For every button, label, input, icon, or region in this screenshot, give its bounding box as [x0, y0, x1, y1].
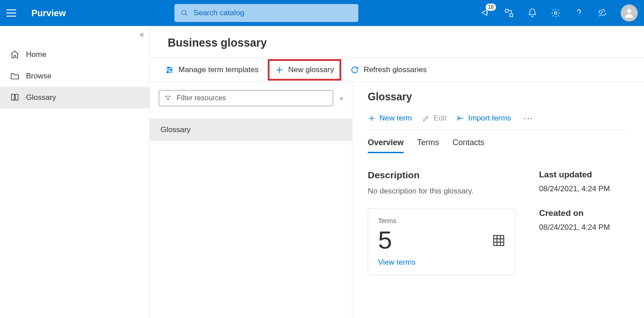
sidebar-item-home[interactable]: Home [0, 44, 149, 65]
overview-section: Description No description for this glos… [368, 170, 629, 275]
svg-rect-19 [494, 235, 504, 245]
gear-icon[interactable] [551, 8, 561, 18]
detail-toolbar: New term Edit Import terms ··· [368, 113, 629, 130]
description-label: Description [368, 170, 521, 180]
announce-badge: 18 [486, 4, 496, 11]
detail-tabs: Overview Terms Contacts [368, 138, 629, 154]
feedback-icon[interactable] [597, 8, 607, 18]
created-on-label: Created on [539, 208, 629, 218]
split-pane: « Glossary Glossary New term Edit [150, 82, 644, 318]
home-icon [10, 50, 20, 60]
sliders-icon [165, 65, 174, 74]
manage-templates-button[interactable]: Manage term templates [160, 61, 264, 79]
sidebar-collapse-icon[interactable]: « [140, 30, 144, 39]
avatar[interactable] [621, 4, 638, 21]
sidebar-item-label: Browse [26, 72, 52, 81]
search-bar[interactable] [174, 4, 358, 22]
search-input[interactable] [193, 9, 352, 17]
header-actions: 18 [481, 4, 638, 21]
overview-right: Last updated 08/24/2021, 4:24 PM Created… [539, 170, 629, 275]
svg-point-6 [627, 9, 631, 13]
detail-pane: Glossary New term Edit Import terms ··· [352, 82, 644, 318]
plus-icon [368, 114, 376, 122]
svg-point-4 [554, 12, 557, 14]
plus-icon [275, 65, 284, 74]
book-icon [10, 93, 20, 103]
last-updated-label: Last updated [539, 170, 629, 180]
view-terms-link[interactable]: View terms [378, 258, 505, 267]
last-updated-value: 08/24/2021, 4:24 PM [539, 183, 629, 195]
manage-templates-label: Manage term templates [178, 65, 259, 74]
glossary-list-pane: « Glossary [150, 82, 352, 318]
sidebar: « Home Browse Glossary [0, 26, 149, 318]
announce-icon[interactable]: 18 [481, 8, 491, 18]
more-actions-icon[interactable]: ··· [523, 113, 534, 123]
new-glossary-highlight: New glossary [268, 59, 341, 81]
sidebar-item-label: Glossary [26, 93, 56, 102]
help-icon[interactable] [574, 8, 584, 18]
overview-left: Description No description for this glos… [368, 170, 521, 275]
new-glossary-button[interactable]: New glossary [270, 61, 339, 79]
tab-terms[interactable]: Terms [417, 138, 439, 153]
edit-label: Edit [434, 114, 447, 123]
hamburger-icon[interactable] [6, 9, 16, 17]
new-glossary-label: New glossary [288, 65, 334, 74]
refresh-label: Refresh glossaries [364, 65, 427, 74]
filter-input-wrap[interactable] [159, 90, 333, 106]
svg-rect-3 [510, 14, 513, 17]
tab-overview[interactable]: Overview [368, 138, 404, 153]
svg-line-1 [185, 14, 187, 16]
svg-point-0 [182, 10, 186, 15]
tab-contacts[interactable]: Contacts [453, 138, 484, 153]
import-label: Import terms [468, 114, 511, 123]
pencil-icon [422, 114, 430, 122]
page-title: Business glossary [150, 26, 644, 57]
left-collapse-icon[interactable]: « [339, 95, 343, 102]
new-term-label: New term [379, 114, 412, 123]
glossary-list-item[interactable]: Glossary [150, 119, 352, 141]
folder-icon [10, 71, 20, 81]
sidebar-item-glossary[interactable]: Glossary [0, 87, 149, 108]
svg-point-5 [599, 10, 602, 13]
app-header: Purview 18 [0, 0, 644, 26]
sidebar-item-label: Home [26, 50, 46, 59]
edit-button[interactable]: Edit [422, 114, 447, 123]
page-toolbar: Manage term templates New glossary Refre… [150, 57, 644, 82]
created-on-value: 08/24/2021, 4:24 PM [539, 222, 629, 233]
app-title: Purview [31, 8, 66, 18]
diagnostics-icon[interactable] [504, 8, 514, 18]
bell-icon[interactable] [527, 8, 537, 18]
refresh-icon [350, 65, 359, 74]
content-area: « Home Browse Glossary Business glossary… [0, 26, 644, 318]
glossary-item-label: Glossary [161, 125, 191, 134]
sidebar-item-browse[interactable]: Browse [0, 65, 149, 87]
import-terms-button[interactable]: Import terms [457, 114, 511, 123]
grid-icon [492, 234, 505, 249]
new-term-button[interactable]: New term [368, 114, 412, 123]
import-icon [457, 114, 465, 122]
refresh-glossaries-button[interactable]: Refresh glossaries [345, 61, 432, 79]
filter-input[interactable] [177, 94, 327, 102]
filter-icon [165, 95, 171, 102]
detail-title: Glossary [368, 91, 629, 103]
terms-card-label: Terms [378, 217, 505, 224]
main-panel: Business glossary Manage term templates … [149, 26, 644, 318]
terms-card: Terms 5 View terms [368, 208, 516, 275]
terms-count: 5 [378, 225, 392, 254]
svg-rect-2 [505, 9, 508, 12]
description-text: No description for this glossary. [368, 187, 521, 196]
search-icon [181, 9, 188, 17]
